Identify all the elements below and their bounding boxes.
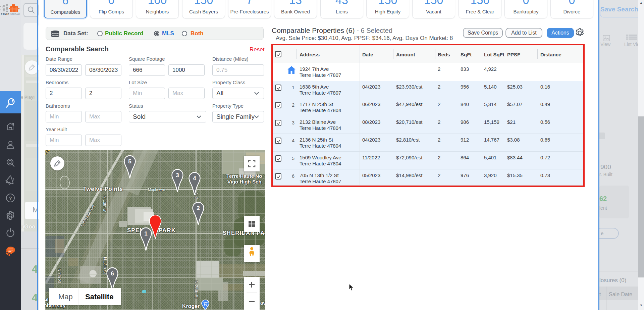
svg-text:4: 4 <box>193 175 196 182</box>
svg-text:6: 6 <box>111 270 114 277</box>
svg-text:STREAM: STREAM <box>10 13 20 15</box>
svg-text:1: 1 <box>144 230 147 237</box>
svg-text:PROP: PROP <box>1 13 10 16</box>
svg-text:2: 2 <box>197 205 200 211</box>
svg-text:5: 5 <box>128 158 131 165</box>
svg-text:3: 3 <box>176 172 179 178</box>
svg-text:?: ? <box>9 195 12 201</box>
